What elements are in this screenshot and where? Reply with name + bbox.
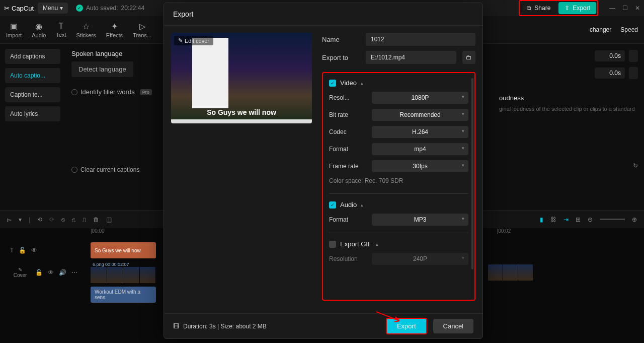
delete-icon[interactable]: 🗑 [93, 216, 99, 223]
select-tool-icon[interactable]: ▻ [7, 216, 12, 223]
framerate-select[interactable]: 30fps [372, 160, 468, 172]
caption-sidebar: Add captions Auto captio... Caption te..… [0, 44, 65, 210]
share-button[interactable]: ⧉ Share [521, 2, 556, 14]
autosave-indicator: ✓ Auto saved: 20:22:44 [76, 5, 144, 12]
gif-checkbox[interactable] [329, 241, 336, 248]
codec-select[interactable]: H.264 [372, 126, 468, 138]
clear-captions-label: Clear current captions [80, 166, 139, 173]
menu-button[interactable]: Menu ▾ [38, 3, 68, 14]
text-track-icon: T [10, 247, 14, 254]
duration-info: 🎞 Duration: 3s | Size: about 2 MB [173, 323, 267, 330]
tool-stickers[interactable]: ☆Stickers [76, 22, 96, 38]
tool-import[interactable]: ▣Import [6, 22, 22, 38]
reset-icon[interactable]: ↻ [633, 162, 638, 169]
prop-value-2[interactable]: 0.0s [595, 67, 625, 79]
check-icon: ✓ [76, 5, 83, 12]
snap-icon[interactable]: ⇥ [564, 216, 569, 223]
caption-clip[interactable]: So Guys we will now [91, 242, 156, 258]
video-checkbox[interactable]: ✓ [329, 80, 336, 87]
tool-text[interactable]: TText [56, 22, 66, 38]
redo-icon[interactable]: ⟳ [49, 216, 54, 223]
stepper-1[interactable] [629, 50, 638, 62]
video-clip[interactable] [91, 267, 156, 283]
maximize-icon[interactable]: ☐ [622, 5, 628, 12]
zoom-slider[interactable] [600, 219, 625, 220]
loudness-title: oudness [499, 94, 638, 102]
cancel-button[interactable]: Cancel [433, 319, 473, 333]
tab-speed[interactable]: Speed [620, 26, 638, 33]
arrow-annotation [375, 310, 406, 326]
duration-text: Duration: 3s | Size: about 2 MB [183, 323, 267, 330]
crop-icon[interactable]: ◫ [106, 216, 112, 223]
cover-button[interactable]: ✎Cover [10, 267, 30, 278]
sidebar-auto-lyrics[interactable]: Auto lyrics [5, 106, 60, 121]
preview-icon[interactable]: ⊞ [576, 216, 581, 223]
name-input[interactable] [366, 33, 475, 46]
tab-changer[interactable]: changer [590, 26, 611, 33]
split-left-icon[interactable]: ⎌ [72, 216, 75, 223]
bitrate-select[interactable]: Recommended [372, 109, 468, 121]
radio-icon[interactable] [71, 167, 77, 173]
exportto-input[interactable] [366, 51, 456, 64]
audio-format-select[interactable]: MP3 [372, 214, 468, 226]
lock-icon[interactable]: 🔓 [19, 247, 26, 254]
sidebar-auto-captions[interactable]: Auto captio... [5, 68, 60, 83]
export-top-label: Export [573, 5, 590, 12]
chevron-down-icon[interactable]: ▾ [19, 216, 22, 223]
pro-badge: Pro [140, 89, 152, 95]
undo-icon[interactable]: ⟲ [37, 216, 42, 223]
detect-language-button[interactable]: Detect language [71, 61, 133, 77]
codec-label: Codec [329, 128, 372, 135]
export-icon: ⇧ [565, 5, 570, 12]
video-section-header[interactable]: ✓ Video ▴ [329, 79, 468, 87]
gif-section-label: Export GIF [340, 240, 372, 248]
tool-label: Stickers [76, 32, 96, 38]
tool-audio[interactable]: ◉Audio [32, 22, 46, 38]
export-modal: Export ✎ Edit cover So Guys we will now … [164, 3, 483, 339]
audio-checkbox[interactable]: ✓ [329, 201, 336, 209]
link-icon[interactable]: ⛓ [550, 216, 556, 223]
edit-cover-button[interactable]: ✎ Edit cover [174, 36, 213, 45]
tool-transitions[interactable]: ▷Trans... [133, 22, 151, 38]
sidebar-caption-templates[interactable]: Caption te... [5, 87, 60, 102]
prop-value-1[interactable]: 0.0s [595, 50, 625, 61]
modal-title: Export [164, 3, 482, 26]
eye-icon[interactable]: 👁 [48, 269, 54, 276]
time-label: |00:02 [497, 228, 511, 240]
sidebar-add-captions[interactable]: Add captions [5, 49, 60, 64]
menu-label: Menu [43, 5, 58, 12]
stepper-2[interactable] [629, 67, 638, 79]
split-icon[interactable]: ⎋ [61, 216, 65, 223]
tool-label: Text [56, 32, 66, 38]
video-section-label: Video [340, 79, 357, 87]
gif-section-header[interactable]: Export GIF ▴ [329, 240, 468, 248]
collapse-icon[interactable]: ▴ [376, 242, 378, 247]
audio-section-label: Audio [340, 201, 357, 209]
scrollbar[interactable] [471, 78, 473, 269]
close-icon[interactable]: ✕ [635, 5, 640, 12]
tool-effects[interactable]: ✦Effects [106, 22, 123, 38]
eye-icon[interactable]: 👁 [31, 247, 37, 254]
zoom-in-icon[interactable]: ⊕ [632, 216, 637, 223]
marker-icon[interactable]: ▮ [540, 216, 543, 223]
lock-icon[interactable]: 🔓 [35, 269, 43, 276]
audio-section-header[interactable]: ✓ Audio ▴ [329, 201, 468, 209]
video-clip-2[interactable] [488, 264, 533, 281]
radio-icon[interactable] [71, 89, 77, 95]
collapse-icon[interactable]: ▴ [361, 81, 363, 86]
zoom-out-icon[interactable]: ⊖ [588, 216, 593, 223]
properties-panel: 0.0s 0.0s oudness ginal loudness of the … [493, 44, 644, 210]
format-select[interactable]: mp4 [372, 143, 468, 155]
more-icon[interactable]: ⋯ [71, 269, 77, 276]
highlight-annotation: ⧉ Share ⇧ Export [519, 0, 598, 16]
mute-icon[interactable]: 🔊 [59, 269, 66, 276]
tool-label: Effects [106, 32, 123, 38]
split-right-icon[interactable]: ⎍ [83, 216, 86, 223]
resolution-select[interactable]: 1080P [372, 92, 468, 104]
browse-folder-button[interactable]: 🗀 [462, 51, 475, 64]
cover-label: Cover [14, 272, 27, 278]
collapse-icon[interactable]: ▴ [361, 202, 363, 208]
export-button-top[interactable]: ⇧ Export [558, 2, 596, 14]
audio-clip[interactable]: Workout EDM with a sens [91, 287, 156, 303]
minimize-icon[interactable]: — [609, 5, 615, 12]
